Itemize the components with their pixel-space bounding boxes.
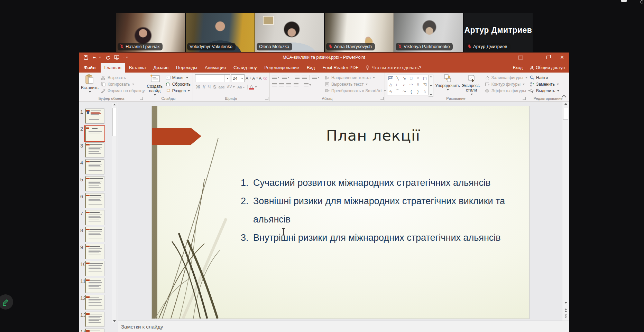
- restore-button[interactable]: [541, 53, 555, 62]
- slide-thumbnail-preview[interactable]: [85, 278, 104, 293]
- scrollbar-thumb[interactable]: [563, 108, 568, 120]
- slide-bullet-list[interactable]: Сучасний розвиток міжнародних стратегічн…: [236, 174, 528, 247]
- strikethrough-button[interactable]: abc: [218, 85, 226, 89]
- font-name-combobox[interactable]: [195, 74, 230, 82]
- shape-glyph-scribble[interactable]: ∿: [389, 89, 392, 94]
- shape-glyph-down-arrow[interactable]: ⇩: [416, 82, 420, 87]
- numbering-button[interactable]: [282, 76, 289, 79]
- slides-panel[interactable]: 1234567891011121314: [79, 102, 118, 332]
- slide-thumbnail-preview[interactable]: [85, 108, 104, 124]
- participant-tile-volodymyr[interactable]: Volodymyr Vakulenko: [186, 13, 255, 52]
- text-direction-button[interactable]: A Направление текста: [324, 75, 386, 80]
- quick-styles-button[interactable]: Экспресс-стили: [462, 74, 481, 96]
- shape-glyph-curve[interactable]: 〜: [403, 89, 406, 94]
- slides-panel-scrollbar[interactable]: [112, 103, 117, 323]
- clear-formatting-button[interactable]: А⌫: [259, 76, 267, 81]
- shape-effects-button[interactable]: Эффекты фигуры: [485, 88, 530, 93]
- shape-glyph-elbow[interactable]: ∟: [396, 83, 399, 87]
- tab-foxit[interactable]: Foxit Reader PDF: [319, 63, 362, 73]
- shape-fill-button[interactable]: Заливка фигуры: [485, 75, 530, 80]
- undo-button[interactable]: [92, 55, 101, 60]
- slide-list-item[interactable]: Внутрішні ризики для міжнародних стратег…: [251, 229, 528, 247]
- clipboard-dialog-launcher[interactable]: [140, 97, 143, 100]
- slide-thumbnail-preview[interactable]: [85, 312, 104, 327]
- shape-glyph-brace-right[interactable]: }: [417, 89, 419, 94]
- shape-glyph-arrow[interactable]: ↘: [403, 76, 406, 80]
- save-button[interactable]: [84, 55, 88, 60]
- drawing-dialog-launcher[interactable]: [523, 97, 526, 100]
- slide-thumbnail-preview[interactable]: [85, 329, 104, 332]
- align-center-button[interactable]: [279, 83, 284, 87]
- justify-button[interactable]: [294, 83, 298, 87]
- shape-glyph-textbox[interactable]: A≡: [388, 76, 393, 80]
- slide-thumbnail-preview[interactable]: [85, 210, 104, 225]
- arrange-button[interactable]: Упорядочить: [435, 74, 460, 96]
- tab-insert[interactable]: Вставка: [125, 63, 149, 73]
- bullets-button[interactable]: [272, 76, 279, 79]
- italic-button[interactable]: К: [202, 84, 206, 89]
- redo-button[interactable]: [105, 55, 110, 60]
- share-button[interactable]: Общий доступ: [527, 63, 569, 73]
- find-button[interactable]: Найти: [529, 75, 559, 80]
- new-slide-button[interactable]: Создать слайд: [146, 74, 163, 96]
- shape-glyph-rounded-rect[interactable]: ▢: [423, 76, 426, 80]
- font-dialog-launcher[interactable]: [265, 97, 268, 100]
- slide-list-item[interactable]: Сучасний розвиток міжнародних стратегічн…: [251, 174, 528, 192]
- shape-glyph-elbow-arrow[interactable]: ⌐: [403, 83, 405, 87]
- increase-indent-button[interactable]: [302, 76, 307, 79]
- shape-glyph-triangle[interactable]: △: [389, 82, 392, 87]
- copy-button[interactable]: Копировать: [101, 82, 145, 87]
- character-spacing-button[interactable]: AV: [226, 85, 236, 89]
- align-text-button[interactable]: Выровнять текст: [324, 82, 386, 87]
- scroll-down-button[interactable]: [562, 302, 569, 304]
- underline-button[interactable]: Ч: [206, 84, 212, 89]
- tab-transitions[interactable]: Переходы: [172, 63, 201, 73]
- reset-button[interactable]: Сбросить: [165, 82, 191, 87]
- columns-button[interactable]: [304, 83, 311, 87]
- shape-glyph-brace-left[interactable]: {: [411, 89, 412, 94]
- section-button[interactable]: Раздел: [165, 88, 191, 93]
- bold-button[interactable]: Ж: [195, 84, 201, 89]
- tab-review[interactable]: Рецензирование: [261, 63, 303, 73]
- align-right-button[interactable]: [286, 83, 291, 87]
- previous-slide-button[interactable]: [562, 308, 569, 312]
- slide-title[interactable]: План лекції: [276, 127, 470, 144]
- shape-glyph-oval[interactable]: ○: [417, 76, 419, 80]
- shape-glyph-arc[interactable]: ⌒: [396, 89, 399, 94]
- tab-view[interactable]: Вид: [303, 63, 319, 73]
- slide-thumbnail-preview[interactable]: [85, 261, 104, 276]
- slide-thumbnail-preview[interactable]: [84, 125, 105, 142]
- shape-outline-button[interactable]: Контур фигуры: [485, 82, 530, 87]
- line-spacing-button[interactable]: [312, 76, 320, 79]
- scroll-up-button[interactable]: [562, 103, 569, 105]
- font-size-combobox[interactable]: 24: [231, 74, 245, 82]
- slide-thumbnail-preview[interactable]: [85, 227, 104, 242]
- participant-tile-olena[interactable]: Olena Motuzka: [255, 13, 324, 52]
- replace-button[interactable]: abac Заменить: [529, 82, 559, 87]
- notes-bar[interactable]: Заметки к слайду: [118, 321, 569, 332]
- sign-in-button[interactable]: Вход: [509, 63, 527, 73]
- shape-glyph-star[interactable]: ☆: [423, 89, 426, 94]
- slide-thumbnail-preview[interactable]: [85, 193, 104, 208]
- tab-file[interactable]: Файл: [79, 63, 101, 73]
- shape-glyph-right-arrow[interactable]: ⇨: [410, 82, 413, 87]
- editor-scrollbar[interactable]: [562, 102, 569, 321]
- slide-thumbnail-preview[interactable]: [85, 159, 104, 174]
- next-slide-button[interactable]: [562, 314, 569, 318]
- slide-list-item[interactable]: Зовнішні ризики для міжнародних стратегі…: [251, 192, 528, 229]
- shapes-gallery-scroll[interactable]: [429, 75, 433, 97]
- tab-slideshow[interactable]: Слайд-шоу: [230, 63, 260, 73]
- cut-button[interactable]: Вырезать: [101, 75, 145, 80]
- text-shadow-button[interactable]: S: [212, 84, 217, 89]
- paragraph-dialog-launcher[interactable]: [380, 97, 384, 100]
- participant-tile-anna[interactable]: Anna Gavrysevych: [325, 13, 394, 52]
- slide-thumbnail-14[interactable]: 14: [79, 329, 118, 332]
- ribbon-display-options-button[interactable]: [514, 53, 527, 62]
- align-left-button[interactable]: [272, 83, 277, 87]
- font-color-button[interactable]: А: [249, 85, 254, 89]
- title-bar[interactable]: ⸱ МСА-виклики та ризики.pptx - PowerPoin…: [79, 53, 569, 62]
- decrease-indent-button[interactable]: [295, 76, 300, 79]
- tab-home[interactable]: Главная: [101, 63, 125, 73]
- scroll-up-button[interactable]: [112, 104, 117, 105]
- scrollbar-thumb[interactable]: [112, 108, 116, 136]
